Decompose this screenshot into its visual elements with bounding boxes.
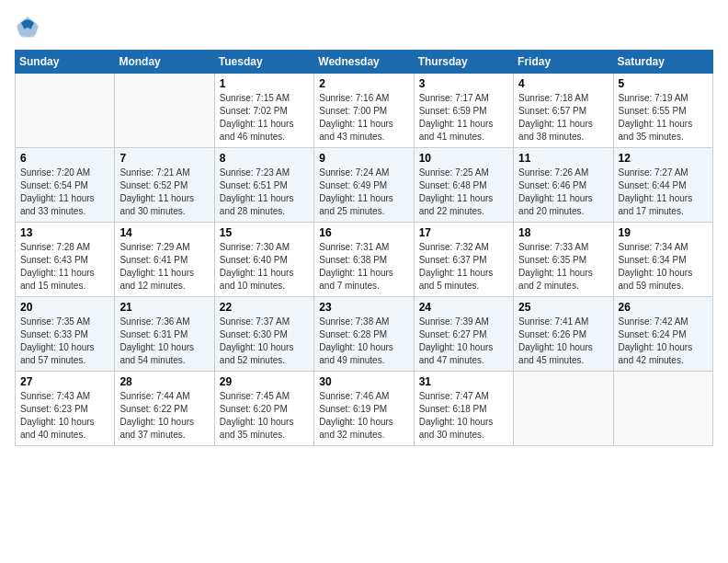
calendar-cell: 9Sunrise: 7:24 AMSunset: 6:49 PMDaylight… — [314, 148, 414, 223]
calendar-cell: 11Sunrise: 7:26 AMSunset: 6:46 PMDayligh… — [514, 148, 613, 223]
logo — [15, 15, 44, 40]
day-info: Sunrise: 7:47 AMSunset: 6:18 PMDaylight:… — [419, 390, 508, 442]
calendar-cell — [115, 74, 214, 148]
calendar-cell: 5Sunrise: 7:19 AMSunset: 6:55 PMDaylight… — [613, 74, 712, 148]
calendar-cell: 16Sunrise: 7:31 AMSunset: 6:38 PMDayligh… — [314, 223, 414, 297]
day-number: 16 — [319, 226, 408, 239]
day-info: Sunrise: 7:16 AMSunset: 7:00 PMDaylight:… — [319, 92, 408, 144]
day-info: Sunrise: 7:37 AMSunset: 6:30 PMDaylight:… — [220, 316, 309, 367]
page-header — [15, 15, 713, 40]
calendar-cell: 18Sunrise: 7:33 AMSunset: 6:35 PMDayligh… — [514, 223, 613, 297]
calendar-cell: 8Sunrise: 7:23 AMSunset: 6:51 PMDaylight… — [214, 148, 313, 223]
calendar-header-thursday: Thursday — [414, 51, 513, 74]
calendar-cell: 15Sunrise: 7:30 AMSunset: 6:40 PMDayligh… — [214, 223, 313, 297]
calendar-cell: 26Sunrise: 7:42 AMSunset: 6:24 PMDayligh… — [613, 297, 712, 372]
day-info: Sunrise: 7:42 AMSunset: 6:24 PMDaylight:… — [619, 316, 708, 367]
day-info: Sunrise: 7:46 AMSunset: 6:19 PMDaylight:… — [319, 390, 408, 442]
day-number: 1 — [220, 77, 309, 90]
calendar-cell: 19Sunrise: 7:34 AMSunset: 6:34 PMDayligh… — [613, 223, 712, 297]
day-info: Sunrise: 7:34 AMSunset: 6:34 PMDaylight:… — [619, 241, 708, 293]
day-info: Sunrise: 7:35 AMSunset: 6:33 PMDaylight:… — [20, 316, 109, 367]
calendar-cell: 30Sunrise: 7:46 AMSunset: 6:19 PMDayligh… — [314, 372, 414, 446]
calendar-cell — [613, 372, 712, 446]
calendar-cell — [16, 74, 115, 148]
day-number: 17 — [419, 226, 508, 239]
calendar-header-monday: Monday — [115, 51, 214, 74]
calendar-cell: 21Sunrise: 7:36 AMSunset: 6:31 PMDayligh… — [115, 297, 214, 372]
day-info: Sunrise: 7:36 AMSunset: 6:31 PMDaylight:… — [119, 316, 209, 367]
day-number: 7 — [119, 152, 209, 165]
day-info: Sunrise: 7:29 AMSunset: 6:41 PMDaylight:… — [119, 241, 209, 293]
day-info: Sunrise: 7:17 AMSunset: 6:59 PMDaylight:… — [419, 92, 508, 144]
calendar-cell: 13Sunrise: 7:28 AMSunset: 6:43 PMDayligh… — [16, 223, 115, 297]
day-number: 23 — [319, 301, 408, 314]
day-info: Sunrise: 7:38 AMSunset: 6:28 PMDaylight:… — [319, 316, 408, 367]
day-info: Sunrise: 7:41 AMSunset: 6:26 PMDaylight:… — [518, 316, 608, 367]
day-info: Sunrise: 7:27 AMSunset: 6:44 PMDaylight:… — [619, 167, 708, 218]
logo-icon — [15, 15, 40, 40]
calendar-week-row: 20Sunrise: 7:35 AMSunset: 6:33 PMDayligh… — [16, 297, 713, 372]
day-number: 29 — [220, 375, 309, 388]
day-info: Sunrise: 7:45 AMSunset: 6:20 PMDaylight:… — [220, 390, 309, 442]
day-number: 24 — [419, 301, 508, 314]
day-number: 12 — [619, 152, 708, 165]
day-number: 27 — [20, 375, 109, 388]
day-number: 3 — [419, 77, 508, 90]
day-info: Sunrise: 7:33 AMSunset: 6:35 PMDaylight:… — [518, 241, 608, 293]
day-number: 4 — [518, 77, 608, 90]
day-info: Sunrise: 7:28 AMSunset: 6:43 PMDaylight:… — [20, 241, 109, 293]
calendar-cell: 25Sunrise: 7:41 AMSunset: 6:26 PMDayligh… — [514, 297, 613, 372]
calendar-cell: 1Sunrise: 7:15 AMSunset: 7:02 PMDaylight… — [214, 74, 313, 148]
calendar-cell: 2Sunrise: 7:16 AMSunset: 7:00 PMDaylight… — [314, 74, 414, 148]
day-info: Sunrise: 7:23 AMSunset: 6:51 PMDaylight:… — [220, 167, 309, 218]
day-number: 8 — [220, 152, 309, 165]
day-info: Sunrise: 7:19 AMSunset: 6:55 PMDaylight:… — [619, 92, 708, 144]
calendar-cell: 28Sunrise: 7:44 AMSunset: 6:22 PMDayligh… — [115, 372, 214, 446]
day-info: Sunrise: 7:31 AMSunset: 6:38 PMDaylight:… — [319, 241, 408, 293]
calendar-header-wednesday: Wednesday — [314, 51, 414, 74]
day-info: Sunrise: 7:30 AMSunset: 6:40 PMDaylight:… — [220, 241, 309, 293]
day-info: Sunrise: 7:44 AMSunset: 6:22 PMDaylight:… — [119, 390, 209, 442]
day-number: 9 — [319, 152, 408, 165]
calendar-week-row: 6Sunrise: 7:20 AMSunset: 6:54 PMDaylight… — [16, 148, 713, 223]
calendar-cell: 12Sunrise: 7:27 AMSunset: 6:44 PMDayligh… — [613, 148, 712, 223]
calendar-cell: 22Sunrise: 7:37 AMSunset: 6:30 PMDayligh… — [214, 297, 313, 372]
calendar-week-row: 27Sunrise: 7:43 AMSunset: 6:23 PMDayligh… — [16, 372, 713, 446]
day-number: 31 — [419, 375, 508, 388]
calendar-cell: 20Sunrise: 7:35 AMSunset: 6:33 PMDayligh… — [16, 297, 115, 372]
calendar-header-saturday: Saturday — [613, 51, 712, 74]
day-info: Sunrise: 7:15 AMSunset: 7:02 PMDaylight:… — [220, 92, 309, 144]
calendar-cell: 7Sunrise: 7:21 AMSunset: 6:52 PMDaylight… — [115, 148, 214, 223]
day-number: 14 — [119, 226, 209, 239]
day-info: Sunrise: 7:32 AMSunset: 6:37 PMDaylight:… — [419, 241, 508, 293]
day-info: Sunrise: 7:24 AMSunset: 6:49 PMDaylight:… — [319, 167, 408, 218]
day-info: Sunrise: 7:26 AMSunset: 6:46 PMDaylight:… — [518, 167, 608, 218]
day-number: 5 — [619, 77, 708, 90]
calendar-week-row: 13Sunrise: 7:28 AMSunset: 6:43 PMDayligh… — [16, 223, 713, 297]
calendar-cell: 3Sunrise: 7:17 AMSunset: 6:59 PMDaylight… — [414, 74, 513, 148]
calendar-cell: 4Sunrise: 7:18 AMSunset: 6:57 PMDaylight… — [514, 74, 613, 148]
calendar-cell: 27Sunrise: 7:43 AMSunset: 6:23 PMDayligh… — [16, 372, 115, 446]
day-number: 22 — [220, 301, 309, 314]
day-info: Sunrise: 7:18 AMSunset: 6:57 PMDaylight:… — [518, 92, 608, 144]
calendar-table: SundayMondayTuesdayWednesdayThursdayFrid… — [15, 50, 713, 446]
calendar-cell: 6Sunrise: 7:20 AMSunset: 6:54 PMDaylight… — [16, 148, 115, 223]
day-number: 30 — [319, 375, 408, 388]
calendar-cell: 31Sunrise: 7:47 AMSunset: 6:18 PMDayligh… — [414, 372, 513, 446]
day-number: 13 — [20, 226, 109, 239]
day-info: Sunrise: 7:39 AMSunset: 6:27 PMDaylight:… — [419, 316, 508, 367]
calendar-cell: 14Sunrise: 7:29 AMSunset: 6:41 PMDayligh… — [115, 223, 214, 297]
day-number: 20 — [20, 301, 109, 314]
calendar-header-tuesday: Tuesday — [214, 51, 313, 74]
day-number: 19 — [619, 226, 708, 239]
day-number: 2 — [319, 77, 408, 90]
calendar-header-friday: Friday — [514, 51, 613, 74]
day-number: 28 — [119, 375, 209, 388]
calendar-cell: 29Sunrise: 7:45 AMSunset: 6:20 PMDayligh… — [214, 372, 313, 446]
day-info: Sunrise: 7:25 AMSunset: 6:48 PMDaylight:… — [419, 167, 508, 218]
calendar-week-row: 1Sunrise: 7:15 AMSunset: 7:02 PMDaylight… — [16, 74, 713, 148]
calendar-cell: 23Sunrise: 7:38 AMSunset: 6:28 PMDayligh… — [314, 297, 414, 372]
day-number: 26 — [619, 301, 708, 314]
day-number: 21 — [119, 301, 209, 314]
calendar-header-sunday: Sunday — [16, 51, 115, 74]
